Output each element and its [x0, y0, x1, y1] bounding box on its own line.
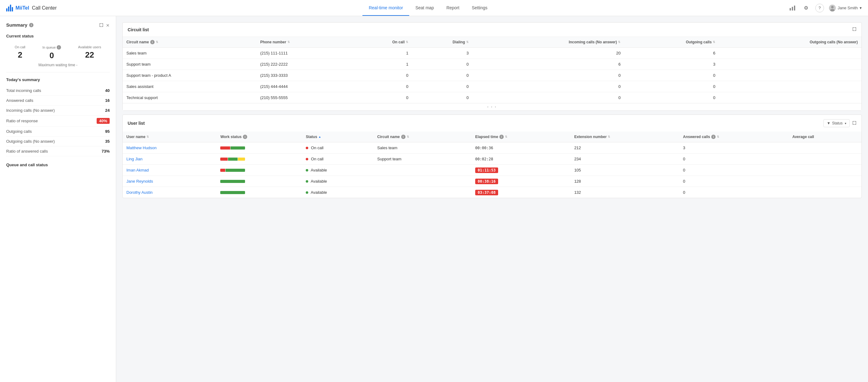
circuit-name: Support team — [123, 59, 256, 70]
user-link[interactable]: Ling Jian — [126, 157, 143, 161]
table-row: Iman Akmad Available 01:11:53 105 0 — [123, 165, 862, 176]
user-link[interactable]: Matthew Hudson — [126, 146, 157, 150]
table-row: Sales assistant (215) 444-4444 0 0 0 0 — [123, 81, 862, 92]
status-sort[interactable]: ▲ — [318, 135, 321, 138]
user-col-circuit: Circuit name i ⇅ — [374, 132, 471, 142]
summary-info-icon[interactable]: i — [29, 23, 33, 27]
work-status-cell — [217, 142, 302, 154]
user-list-header: User list ▼ Status ▾ — [123, 115, 862, 132]
user-link[interactable]: Dorothy Austin — [126, 190, 153, 195]
status-cell: On call — [302, 154, 374, 165]
answered-sort[interactable]: ⇅ — [717, 135, 719, 138]
circuit-incoming-noanswer: 6 — [472, 59, 624, 70]
resize-handle[interactable]: • • • — [123, 103, 862, 110]
user-list-title: User list — [128, 121, 145, 126]
user-name-cell: Ling Jian — [123, 154, 217, 165]
summary-row: Ratio of response40% — [6, 116, 110, 127]
circuit-name-sort[interactable]: ⇅ — [156, 40, 158, 44]
main-nav: Real-time monitor Seat map Report Settin… — [68, 0, 788, 16]
status-text: Available — [311, 179, 327, 184]
filter-chevron: ▾ — [845, 122, 846, 125]
user-chevron: ▾ — [860, 6, 862, 10]
work-bar — [220, 158, 245, 161]
user-list-expand-icon[interactable] — [852, 121, 857, 126]
nav-settings[interactable]: Settings — [466, 0, 494, 16]
sidebar-title-text: Summary — [6, 22, 27, 28]
sidebar-title: Summary i — [6, 22, 33, 28]
filter-actions: ▼ Status ▾ — [824, 119, 857, 127]
user-link[interactable]: Jane Reynolds — [126, 179, 153, 184]
nav-seatmap[interactable]: Seat map — [409, 0, 440, 16]
circuit-oncall: 1 — [351, 48, 412, 59]
circuit-outgoing: 6 — [624, 48, 719, 59]
user-avatar — [829, 5, 836, 11]
gear-icon[interactable]: ⚙ — [802, 4, 810, 12]
user-name-cell: Dorothy Austin — [123, 187, 217, 198]
incoming-no-answer-sort[interactable]: ⇅ — [618, 40, 620, 44]
circuit-sort[interactable]: ⇅ — [407, 135, 409, 138]
table-row: Jane Reynolds Available 00:38:16 128 0 — [123, 176, 862, 187]
help-icon[interactable]: ? — [815, 4, 824, 12]
elapsed-time: 03:37:08 — [475, 190, 498, 195]
answered-cell: 0 — [679, 176, 789, 187]
circuit-name: Support team - product A — [123, 70, 256, 81]
phone-sort[interactable]: ⇅ — [287, 40, 290, 44]
circuit-name-info[interactable]: i — [150, 40, 155, 44]
status-dot — [306, 147, 308, 149]
logo-text: MiiTel Call Center — [16, 5, 57, 11]
elapsed-sort[interactable]: ⇅ — [505, 135, 507, 138]
layout: Summary i ✕ Current status On call 2 In … — [0, 16, 868, 382]
circuit-col-outgoing: Outgoing calls ⇅ — [624, 37, 719, 48]
bar-green — [225, 169, 245, 172]
logo-icon — [6, 5, 13, 11]
status-dot — [306, 180, 308, 183]
close-icon[interactable]: ✕ — [106, 23, 110, 28]
filter-icon: ▼ — [827, 121, 831, 125]
dialing-sort[interactable]: ⇅ — [466, 40, 469, 44]
logo-area: MiiTel Call Center — [6, 5, 68, 11]
oncall-sort[interactable]: ⇅ — [406, 40, 408, 44]
elapsed-info[interactable]: i — [499, 135, 504, 139]
user-link[interactable]: Iman Akmad — [126, 168, 149, 172]
status-filter-button[interactable]: ▼ Status ▾ — [824, 119, 850, 127]
in-queue-info-icon[interactable]: i — [57, 45, 61, 50]
circuit-info[interactable]: i — [401, 135, 405, 139]
elapsed-time: 00:00:36 — [475, 146, 493, 150]
answered-info[interactable]: i — [711, 135, 716, 139]
user-col-name: User name ⇅ — [123, 132, 217, 142]
summary-row: Total incoming calls40 — [6, 86, 110, 96]
circuit-col-name: Circuit name i ⇅ — [123, 37, 256, 48]
circuit-list-expand-icon[interactable] — [852, 27, 857, 32]
user-menu[interactable]: Jane Smith ▾ — [829, 5, 862, 11]
user-list-panel: User list ▼ Status ▾ User name ⇅ — [122, 115, 862, 198]
workstatus-info[interactable]: i — [243, 135, 247, 139]
nav-realtime[interactable]: Real-time monitor — [363, 0, 409, 16]
username-sort[interactable]: ⇅ — [147, 135, 149, 138]
today-summary-title: Today's summary — [6, 77, 110, 82]
chart-icon[interactable] — [788, 4, 797, 12]
circuit-name-cell: Support team — [374, 154, 471, 165]
extension-sort[interactable]: ⇅ — [608, 135, 610, 138]
queue-section-title: Queue and call status — [6, 162, 110, 167]
summary-row-label: Outgoing calls (No answer) — [6, 139, 55, 144]
outgoing-sort[interactable]: ⇅ — [713, 40, 715, 44]
user-table: User name ⇅ Work status i Status ▲ Circu… — [123, 132, 862, 198]
circuit-outgoing: 0 — [624, 70, 719, 81]
summary-row-label: Total incoming calls — [6, 88, 41, 93]
circuit-list-title: Circuit list — [128, 27, 149, 32]
summary-row-label: Outgoing calls — [6, 129, 32, 134]
circuit-col-incoming-noanswer: Incoming calls (No answer) ⇅ — [472, 37, 624, 48]
bar-green — [220, 191, 245, 194]
summary-row-label: Ratio of answered calls — [6, 149, 48, 154]
elapsed-time: 00:38:16 — [475, 179, 498, 184]
sidebar: Summary i ✕ Current status On call 2 In … — [0, 16, 116, 382]
circuit-dialing: 3 — [412, 48, 472, 59]
status-text: Available — [311, 190, 327, 195]
nav-report[interactable]: Report — [440, 0, 466, 16]
expand-icon[interactable] — [99, 23, 103, 28]
svg-point-5 — [830, 9, 835, 11]
circuit-name: Sales assistant — [123, 81, 256, 92]
circuit-list-header: Circuit list — [123, 23, 862, 37]
work-bar — [220, 169, 245, 172]
logo-bar-3 — [10, 5, 11, 11]
